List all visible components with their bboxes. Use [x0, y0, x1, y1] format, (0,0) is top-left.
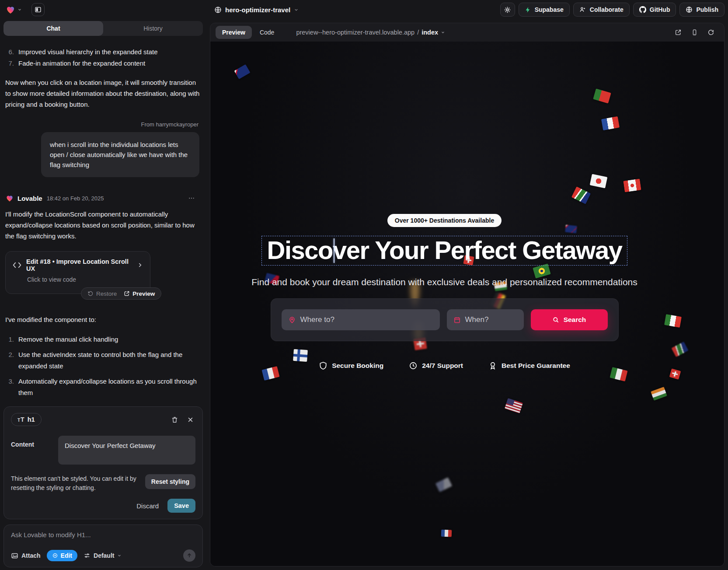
- shield-icon: [319, 361, 327, 370]
- list-item: 7.Fade-in animation for the expanded con…: [5, 58, 201, 69]
- arrow-up-icon: [186, 553, 192, 559]
- when-input[interactable]: When?: [447, 309, 524, 330]
- list-item-number: 6.: [5, 46, 14, 58]
- reset-styling-button[interactable]: Reset styling: [145, 474, 195, 489]
- list-item-number: 7.: [5, 58, 14, 69]
- attach-button[interactable]: Attach: [11, 552, 41, 560]
- assistant-numbered-list: 1.Remove the manual click handling2.Use …: [5, 334, 201, 402]
- clock-icon: [409, 361, 418, 370]
- feature-label: Best Price Guarantee: [502, 362, 570, 370]
- selected-element-tag-pill[interactable]: TT h1: [11, 413, 42, 426]
- chat-composer: Attach Edit Default: [3, 525, 203, 567]
- publish-button[interactable]: Publish: [679, 3, 725, 17]
- save-button[interactable]: Save: [167, 499, 195, 513]
- project-favicon-globe-icon: [214, 6, 222, 14]
- panel-left-icon: [35, 6, 42, 13]
- edit-mode-toggle[interactable]: Edit: [47, 550, 77, 561]
- collaborate-button[interactable]: Collaborate: [573, 3, 630, 17]
- tab-code[interactable]: Code: [260, 29, 274, 36]
- search-button[interactable]: Search: [531, 309, 608, 330]
- h1-selection-box[interactable]: Discover Your Perfect Getaway: [261, 236, 628, 266]
- list-item: 6.Improved visual hierarchy in the expan…: [5, 46, 201, 58]
- message-menu-dots-icon[interactable]: [188, 195, 201, 202]
- chat-sidebar: Chat History 6.Improved visual hierarchy…: [0, 19, 206, 570]
- external-link-icon: [124, 290, 130, 297]
- list-item-text: Use the activeIndex state to control bot…: [18, 349, 198, 372]
- chat-scroll-area[interactable]: 6.Improved visual hierarchy in the expan…: [0, 36, 206, 402]
- chevron-down-icon: [294, 7, 299, 12]
- assistant-numbered-list-tail: 6.Improved visual hierarchy in the expan…: [5, 46, 201, 69]
- refresh-button[interactable]: [707, 29, 714, 36]
- feature-medal: Best Price Guarantee: [488, 361, 570, 370]
- model-default-selector[interactable]: Default: [84, 552, 122, 559]
- assistant-paragraph: I've modified the component to:: [5, 314, 201, 325]
- search-icon: [552, 316, 559, 323]
- sliders-icon: [84, 552, 91, 559]
- project-switcher[interactable]: hero-optimizer-travel: [214, 6, 299, 14]
- target-icon: [52, 553, 58, 559]
- assistant-message-header: Lovable 18:42 on Feb 20, 2025: [5, 194, 201, 203]
- assistant-paragraph: I'll modify the LocationScroll component…: [5, 209, 201, 241]
- japan-flag: [590, 174, 608, 189]
- project-name: hero-optimizer-travel: [225, 6, 290, 14]
- list-item-text: Improved visual hierarchy in the expande…: [18, 46, 158, 58]
- tab-preview[interactable]: Preview: [216, 26, 252, 39]
- hero-title: Discover Your Perfect Getaway: [267, 236, 622, 264]
- tab-chat[interactable]: Chat: [3, 21, 103, 36]
- where-to-input[interactable]: Where to?: [282, 309, 440, 330]
- mobile-view-button[interactable]: [691, 29, 698, 36]
- list-item-text: Fade-in animation for the expanded conte…: [18, 58, 145, 69]
- open-in-new-tab-button[interactable]: [675, 29, 682, 36]
- list-item: 1.Remove the manual click handling: [5, 334, 198, 345]
- location-pin-icon: [288, 316, 296, 324]
- sidebar-toggle-button[interactable]: [31, 3, 45, 16]
- usa-flag: [505, 398, 523, 413]
- lovable-heart-icon: [5, 4, 16, 15]
- content-field-label: Content: [11, 436, 55, 465]
- chevron-right-icon: [137, 262, 143, 268]
- element-editor-panel: TT h1 Content Discover Your Perfe: [3, 406, 203, 519]
- delete-element-button[interactable]: [171, 416, 178, 423]
- github-button[interactable]: GitHub: [633, 3, 676, 17]
- edit-code-card[interactable]: Edit #18 • Improve Location Scroll UX Cl…: [5, 251, 150, 294]
- restore-icon: [87, 290, 94, 297]
- switzerland-flag: [669, 368, 681, 379]
- france-flag: [601, 116, 620, 130]
- list-item-number: 1.: [5, 334, 14, 345]
- supabase-button[interactable]: Supabase: [519, 3, 570, 17]
- supabase-lightning-icon: [525, 7, 531, 13]
- lovable-logo-menu[interactable]: [5, 4, 22, 15]
- list-item-number: 2.: [5, 349, 14, 372]
- preview-edit-button[interactable]: Preview: [124, 290, 155, 297]
- gear-icon: [504, 6, 511, 14]
- discard-button[interactable]: Discard: [136, 502, 159, 510]
- feature-clock: 24/7 Support: [409, 361, 463, 370]
- message-author-label: From harrymckayroper: [5, 121, 201, 128]
- assistant-paragraph: Now when you click on a location image, …: [5, 77, 201, 110]
- restore-preview-pill: Restore Preview: [81, 287, 161, 300]
- india-flag: [651, 387, 667, 401]
- australia-flag: [234, 64, 251, 79]
- collaborate-people-icon: [579, 6, 586, 13]
- settings-button[interactable]: [500, 3, 515, 17]
- page-route: index: [421, 29, 438, 36]
- preview-url[interactable]: preview--hero-optimizer-travel.lovable.a…: [296, 29, 445, 36]
- restore-button[interactable]: Restore: [87, 290, 117, 297]
- edit-card-subtitle: Click to view code: [27, 276, 143, 283]
- send-message-button[interactable]: [183, 549, 195, 562]
- feature-label: Secure Booking: [332, 362, 383, 370]
- preview-viewport[interactable]: Over 1000+ Destinations Available Discov…: [210, 42, 724, 566]
- type-icon: TT: [17, 416, 24, 423]
- publish-globe-icon: [686, 6, 693, 13]
- blurred-flag: [435, 477, 452, 492]
- tab-history[interactable]: History: [103, 21, 203, 36]
- styling-note: This element can't be styled. You can ed…: [11, 474, 140, 493]
- close-panel-button[interactable]: [187, 416, 194, 423]
- list-item: 2.Use the activeIndex state to control b…: [5, 349, 198, 372]
- search-card: Where to? When?: [271, 298, 619, 341]
- chevron-down-icon: [17, 7, 22, 12]
- preview-toolbar: Preview Code preview--hero-optimizer-tra…: [210, 23, 724, 42]
- content-textarea[interactable]: Discover Your Perfect Getaway: [58, 436, 195, 465]
- list-item-number: 3.: [5, 376, 14, 399]
- composer-input[interactable]: [11, 531, 195, 539]
